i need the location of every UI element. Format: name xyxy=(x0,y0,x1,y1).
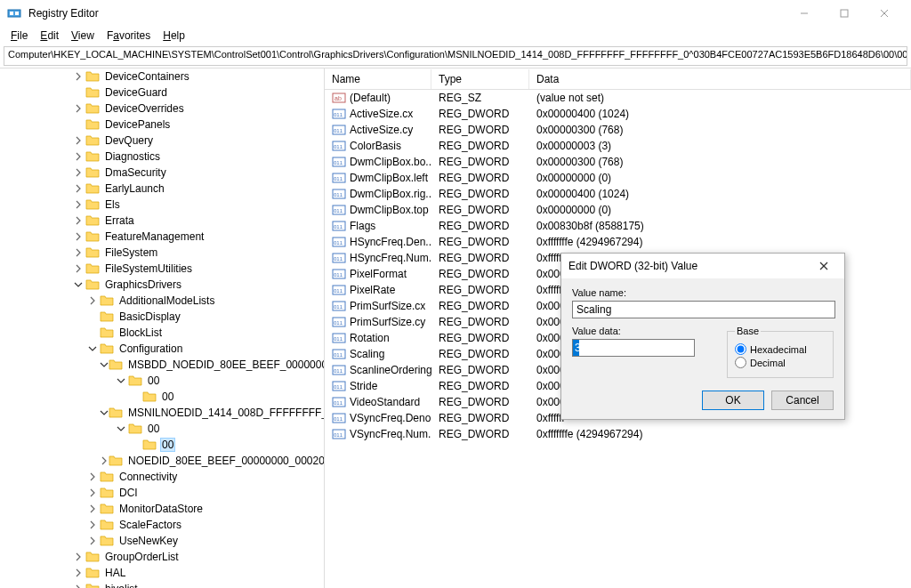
maximize-button[interactable] xyxy=(824,0,864,27)
tree-expander-icon[interactable] xyxy=(100,406,109,420)
minimize-button[interactable] xyxy=(784,0,824,27)
tree-expander-icon[interactable] xyxy=(71,230,85,244)
tree-expander-icon[interactable] xyxy=(71,149,85,164)
tree-node[interactable]: DeviceGuard xyxy=(0,85,324,101)
tree-node[interactable]: UseNewKey xyxy=(0,533,324,549)
col-header-data[interactable]: Data xyxy=(529,69,911,89)
tree-node[interactable]: Connectivity xyxy=(0,469,324,485)
tree-expander-icon[interactable] xyxy=(85,534,100,548)
tree-expander-icon[interactable] xyxy=(71,101,85,116)
tree-node-label[interactable]: FeatureManagement xyxy=(103,230,206,244)
tree-node[interactable]: DevQuery xyxy=(0,133,324,149)
tree-node[interactable]: FileSystemUtilities xyxy=(0,261,324,277)
tree-expander-icon[interactable] xyxy=(71,69,85,84)
tree-node-label[interactable]: MSNILNOEDID_1414_008D_FFFFFFFF_FFFFFFFF xyxy=(126,406,325,420)
tree-node-label[interactable]: DmaSecurity xyxy=(103,165,168,180)
radio-hex[interactable] xyxy=(735,343,746,355)
tree-expander-icon[interactable] xyxy=(71,566,85,580)
tree-expander-icon[interactable] xyxy=(85,502,100,516)
list-row[interactable]: 011ActiveSize.cyREG_DWORD0x00000300 (768… xyxy=(325,122,911,138)
list-row[interactable]: 011DwmClipBox.leftREG_DWORD0x00000000 (0… xyxy=(325,170,911,186)
tree-node-label[interactable]: EarlyLaunch xyxy=(103,181,166,196)
tree-node-label[interactable]: DevicePanels xyxy=(103,117,172,132)
tree-node-label[interactable]: Connectivity xyxy=(117,470,179,484)
tree-node-label[interactable]: 00 xyxy=(160,438,175,452)
tree-node-label[interactable]: FileSystem xyxy=(103,246,159,260)
tree-node-label[interactable]: 00 xyxy=(146,422,161,436)
list-row[interactable]: 011DwmClipBox.bo...REG_DWORD0x00000300 (… xyxy=(325,154,911,170)
tree-node-label[interactable]: MSBDD_NOEDID_80EE_BEEF_00000000_00000000 xyxy=(126,358,325,372)
tree-node[interactable]: DeviceContainers xyxy=(0,68,324,85)
tree-node-label[interactable]: GroupOrderList xyxy=(103,550,181,564)
tree-node-label[interactable]: AdditionalModeLists xyxy=(117,294,216,308)
tree-node[interactable]: MonitorDataStore xyxy=(0,501,324,517)
tree-node-label[interactable]: BasicDisplay xyxy=(117,310,182,324)
tree-node[interactable]: BasicDisplay xyxy=(0,309,324,325)
list-row[interactable]: 011DwmClipBox.rig...REG_DWORD0x00000400 … xyxy=(325,186,911,202)
menu-help[interactable]: Help xyxy=(157,28,190,44)
tree-node-label[interactable]: HAL xyxy=(103,566,127,580)
tree-expander-icon[interactable] xyxy=(71,582,85,588)
tree-node-label[interactable]: BlockList xyxy=(117,326,164,340)
tree-expander-icon[interactable] xyxy=(71,262,85,276)
list-row[interactable]: 011ActiveSize.cxREG_DWORD0x00000400 (102… xyxy=(325,106,911,122)
tree-expander-icon[interactable] xyxy=(100,454,109,468)
tree-node-label[interactable]: ScaleFactors xyxy=(117,518,183,532)
tree-node[interactable]: GroupOrderList xyxy=(0,549,324,565)
tree-node[interactable]: NOEDID_80EE_BEEF_00000000_00020000 xyxy=(0,453,324,469)
tree-node-label[interactable]: DeviceContainers xyxy=(103,69,191,84)
tree-expander-icon[interactable] xyxy=(85,294,100,308)
tree-node-label[interactable]: Configuration xyxy=(117,342,184,356)
tree-node-label[interactable]: DCI xyxy=(117,486,140,500)
tree-node[interactable]: FileSystem xyxy=(0,245,324,261)
dialog-close-button[interactable] xyxy=(810,254,837,278)
list-row[interactable]: ab(Default)REG_SZ(value not set) xyxy=(325,90,911,106)
tree-expander-icon[interactable] xyxy=(114,422,128,436)
tree-expander-icon[interactable] xyxy=(100,358,109,372)
list-row[interactable]: 011HSyncFreq.Den...REG_DWORD0xfffffffe (… xyxy=(325,234,911,250)
tree-panel[interactable]: DeviceContainersDeviceGuardDeviceOverrid… xyxy=(0,68,325,588)
radio-dec[interactable] xyxy=(735,357,746,368)
tree-expander-icon[interactable] xyxy=(71,278,85,292)
menu-favorites[interactable]: Favorites xyxy=(101,28,156,44)
tree-expander-icon[interactable] xyxy=(85,470,100,484)
tree-node[interactable]: Configuration xyxy=(0,341,324,357)
tree-node[interactable]: DCI xyxy=(0,485,324,501)
tree-node[interactable]: HAL xyxy=(0,565,324,581)
list-row[interactable]: 011ColorBasisREG_DWORD0x00000003 (3) xyxy=(325,138,911,154)
tree-node[interactable]: 00 xyxy=(0,373,324,389)
tree-node[interactable]: Els xyxy=(0,197,324,213)
address-bar[interactable]: Computer\HKEY_LOCAL_MACHINE\SYSTEM\Contr… xyxy=(4,46,907,66)
input-value-name[interactable] xyxy=(572,301,835,318)
tree-node-label[interactable]: MonitorDataStore xyxy=(117,502,205,516)
tree-node[interactable]: 00 xyxy=(0,437,324,453)
input-value-data[interactable] xyxy=(573,340,694,356)
dialog-title-bar[interactable]: Edit DWORD (32-bit) Value xyxy=(561,254,844,278)
tree-expander-icon[interactable] xyxy=(71,550,85,564)
close-button[interactable] xyxy=(864,0,904,27)
tree-node-label[interactable]: DevQuery xyxy=(103,133,155,148)
tree-node-label[interactable]: 00 xyxy=(146,374,161,388)
tree-node-label[interactable]: NOEDID_80EE_BEEF_00000000_00020000 xyxy=(126,454,325,468)
tree-node[interactable]: MSBDD_NOEDID_80EE_BEEF_00000000_00000000 xyxy=(0,357,324,373)
tree-expander-icon[interactable] xyxy=(114,374,128,388)
tree-node-label[interactable]: hivelist xyxy=(103,582,140,588)
tree-expander-icon[interactable] xyxy=(71,133,85,148)
list-row[interactable]: 011FlagsREG_DWORD0x00830b8f (8588175) xyxy=(325,218,911,234)
tree-node[interactable]: AdditionalModeLists xyxy=(0,293,324,309)
menu-file[interactable]: File xyxy=(5,28,33,44)
tree-expander-icon[interactable] xyxy=(71,165,85,180)
tree-node[interactable]: hivelist xyxy=(0,581,324,588)
tree-expander-icon[interactable] xyxy=(71,213,85,228)
tree-node[interactable]: ScaleFactors xyxy=(0,517,324,533)
tree-expander-icon[interactable] xyxy=(85,486,100,500)
tree-node[interactable]: DeviceOverrides xyxy=(0,101,324,117)
list-row[interactable]: 011DwmClipBox.topREG_DWORD0x00000000 (0) xyxy=(325,202,911,218)
list-row[interactable]: 011VSyncFreq.Num...REG_DWORD0xfffffffe (… xyxy=(325,426,911,442)
tree-node[interactable]: MSNILNOEDID_1414_008D_FFFFFFFF_FFFFFFFF xyxy=(0,405,324,421)
tree-node[interactable]: Diagnostics xyxy=(0,149,324,165)
tree-node-label[interactable]: GraphicsDrivers xyxy=(103,278,183,292)
tree-node-label[interactable]: DeviceOverrides xyxy=(103,101,186,116)
tree-node[interactable]: DevicePanels xyxy=(0,117,324,133)
col-header-name[interactable]: Name xyxy=(325,69,431,89)
